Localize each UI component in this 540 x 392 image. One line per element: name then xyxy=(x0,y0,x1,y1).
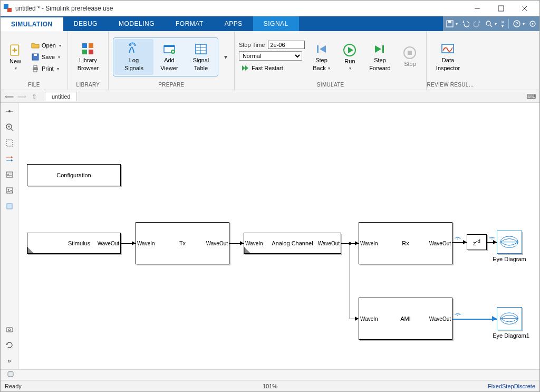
run-button[interactable]: Run ▾ xyxy=(338,40,362,74)
palette-reset-icon[interactable] xyxy=(4,340,15,350)
maximize-button[interactable] xyxy=(489,1,513,16)
tab-signal[interactable]: SIGNAL xyxy=(253,16,299,31)
port-stimulus-out: WaveOut xyxy=(98,241,119,246)
print-label: Print xyxy=(42,65,54,72)
svg-rect-23 xyxy=(89,43,93,48)
block-delay[interactable]: z-d xyxy=(467,234,487,250)
block-stimulus[interactable]: Stimulus WaveOut xyxy=(27,233,121,254)
tab-simulation[interactable]: SIMULATION xyxy=(1,16,63,31)
svg-marker-40 xyxy=(348,47,353,53)
open-label: Open xyxy=(42,42,56,49)
status-zoom[interactable]: 101% xyxy=(263,383,277,389)
status-bar: Ready 101% FixedStepDiscrete xyxy=(1,380,539,391)
svg-rect-25 xyxy=(89,50,93,54)
addviewer-label-2: Viewer xyxy=(160,65,178,72)
palette-expand-icon[interactable]: » xyxy=(4,356,15,366)
signaltable-label-2: Table xyxy=(194,65,208,72)
svg-point-69 xyxy=(457,238,458,240)
step-back-button[interactable]: Step Back▾ xyxy=(308,39,334,75)
svg-text:?: ? xyxy=(515,21,518,26)
block-configuration[interactable]: Configuration xyxy=(27,164,121,186)
tab-modeling[interactable]: MODELING xyxy=(108,16,165,31)
streaming-badge-icon xyxy=(488,234,496,239)
dock-bar xyxy=(1,369,539,380)
palette-bar: A≡ » xyxy=(1,103,18,369)
block-analog-channel[interactable]: WaveIn Analog Channel WaveOut xyxy=(244,233,341,254)
stoptime-input[interactable] xyxy=(268,41,305,49)
qa-overflow-icon[interactable]: »▾ xyxy=(501,20,504,28)
keyboard-icon[interactable]: ⌨ xyxy=(526,93,536,100)
stop-button[interactable]: Stop xyxy=(398,43,422,71)
arrowhead-icon xyxy=(463,240,467,244)
palette-fit-icon[interactable] xyxy=(4,138,15,148)
palette-sample-icon[interactable] xyxy=(4,154,15,164)
palette-zoom-icon[interactable] xyxy=(4,122,15,132)
svg-rect-3 xyxy=(498,6,504,11)
library-label-2: Browser xyxy=(78,65,99,72)
group-label-file: FILE xyxy=(1,81,68,90)
qa-undo-icon[interactable] xyxy=(462,20,469,27)
block-rx[interactable]: WaveIn Rx WaveOut xyxy=(359,222,452,264)
sim-mode-select[interactable]: Normal xyxy=(239,51,302,61)
minimize-button[interactable] xyxy=(465,1,489,16)
qa-target-icon[interactable] xyxy=(529,20,536,27)
svg-rect-44 xyxy=(408,51,412,55)
label-eye-diagram: Eye Diagram xyxy=(490,256,528,262)
qa-search-icon[interactable]: ▾ xyxy=(485,20,497,27)
canvas[interactable]: Configuration Stimulus WaveOut WaveIn Tx… xyxy=(18,103,539,369)
tab-format[interactable]: FORMAT xyxy=(165,16,214,31)
tab-apps[interactable]: APPS xyxy=(214,16,253,31)
log-signals-button[interactable]: Log Signals xyxy=(114,39,153,75)
block-ami[interactable]: WaveIn AMI WaveOut xyxy=(359,298,452,340)
palette-image-icon[interactable] xyxy=(4,185,15,196)
palette-annotation-icon[interactable]: A≡ xyxy=(4,169,15,180)
arrowhead-icon xyxy=(240,241,244,245)
wire-ami-eye1[interactable] xyxy=(452,319,497,320)
block-eye-diagram[interactable] xyxy=(497,231,522,254)
svg-rect-62 xyxy=(6,328,13,332)
open-button[interactable]: Open ▾ xyxy=(29,40,63,51)
nav-up-icon[interactable]: ⇧ xyxy=(29,91,40,102)
qa-save-icon[interactable]: ▾ xyxy=(446,20,458,27)
data-inspector-button[interactable]: Data Inspector xyxy=(431,39,465,75)
stepback-label-2: Back xyxy=(313,65,325,72)
status-solver[interactable]: FixedStepDiscrete xyxy=(488,383,535,389)
title-bar: untitled * - Simulink prerelease use xyxy=(1,1,539,16)
block-eye-diagram-1[interactable] xyxy=(497,307,522,330)
palette-screenshot-icon[interactable] xyxy=(4,324,15,334)
palette-area-icon[interactable] xyxy=(4,201,15,212)
group-prepare: Log Signals Add Viewer Signal Table ▾ PR… xyxy=(109,31,235,90)
library-browser-button[interactable]: Library Browser xyxy=(72,39,104,75)
close-button[interactable] xyxy=(513,1,536,16)
block-tx[interactable]: WaveIn Tx WaveOut xyxy=(136,222,229,264)
svg-rect-61 xyxy=(7,204,12,209)
fast-restart-button[interactable]: Fast Restart xyxy=(239,63,305,73)
svg-rect-31 xyxy=(196,44,206,54)
print-button[interactable]: Print ▾ xyxy=(29,63,63,74)
nav-forward-icon[interactable]: ⟹ xyxy=(16,91,27,102)
palette-hide-icon[interactable] xyxy=(4,106,15,117)
run-label: Run xyxy=(344,58,355,65)
arrowhead-icon xyxy=(355,317,359,321)
tab-debug[interactable]: DEBUG xyxy=(63,16,108,31)
model-data-icon[interactable] xyxy=(7,370,14,379)
signal-table-button[interactable]: Signal Table xyxy=(185,39,217,75)
block-configuration-name: Configuration xyxy=(27,172,120,178)
add-viewer-button[interactable]: Add Viewer xyxy=(153,39,185,75)
qa-help-icon[interactable]: ?▾ xyxy=(513,20,525,27)
port-rx-out: WaveOut xyxy=(429,241,451,246)
step-forward-button[interactable]: Step Forward xyxy=(365,39,394,75)
label-eye-diagram-1: Eye Diagram1 xyxy=(490,332,532,339)
new-button[interactable]: New ▾ xyxy=(5,40,26,74)
save-button[interactable]: Save ▾ xyxy=(29,52,63,62)
prepare-overflow[interactable]: ▾ xyxy=(221,33,230,81)
breadcrumb[interactable]: untitled xyxy=(45,92,77,101)
nav-back-icon[interactable]: ⟸ xyxy=(4,91,14,102)
qa-redo-icon[interactable] xyxy=(474,20,481,27)
tab-strip: SIMULATION DEBUG MODELING FORMAT APPS SI… xyxy=(1,16,539,31)
svg-rect-22 xyxy=(82,43,87,48)
status-ready: Ready xyxy=(5,383,22,389)
svg-line-49 xyxy=(11,129,13,131)
group-simulate: Stop Time Normal Fast Restart Step Back▾ xyxy=(235,31,427,90)
app-icon xyxy=(4,4,12,13)
